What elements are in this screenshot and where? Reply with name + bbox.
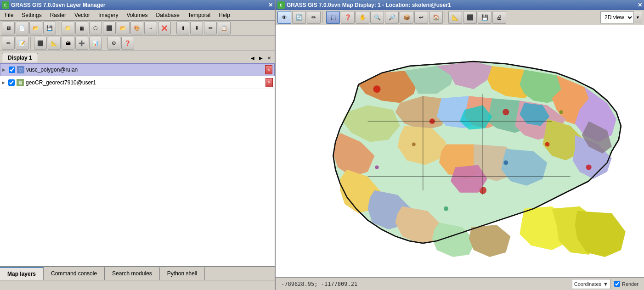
tab-command-console[interactable]: Command console <box>44 267 105 280</box>
bottom-tab-bar: Map layers Command console Search module… <box>0 267 275 280</box>
display-tab-bar: Display 1 ◀ ▶ ✕ <box>0 51 275 63</box>
menu-temporal[interactable]: Temporal <box>185 11 213 19</box>
tb-edit-map[interactable]: ✏ <box>2 37 15 50</box>
tb-remove[interactable]: ❌ <box>158 22 171 34</box>
layer-name-0: vusc_polygon@ruian <box>26 67 78 73</box>
tb-add-overlay[interactable]: ⬛ <box>103 22 116 34</box>
svg-point-6 <box>586 165 592 170</box>
tb-open[interactable]: 📂 <box>29 22 42 34</box>
render-label: Render <box>622 281 638 287</box>
svg-point-1 <box>373 85 381 93</box>
tb-georect[interactable]: 📐 <box>48 37 61 50</box>
map-tb-zoom-box[interactable]: 📦 <box>400 11 413 24</box>
menu-help[interactable]: Help <box>216 11 233 19</box>
tb-separator-2 <box>173 22 175 34</box>
render-checkbox-container[interactable]: Render <box>614 281 638 287</box>
tab-close[interactable]: ✕ <box>266 54 273 61</box>
tb-help[interactable]: ❓ <box>121 37 134 50</box>
tb-separator-1 <box>58 22 60 34</box>
tb-workspace-open[interactable]: 📁 <box>62 22 74 34</box>
tb-separator-4 <box>104 37 106 50</box>
tb-save[interactable]: 💾 <box>43 22 56 34</box>
tb-new[interactable]: 📄 <box>16 22 28 34</box>
left-title-bar: E GRASS GIS 7.0.0svn Layer Manager ✕ <box>0 0 275 10</box>
right-app-icon: E <box>277 1 285 9</box>
map-tb-rerender[interactable]: 🔄 <box>292 11 306 24</box>
map-tb-analyze[interactable]: 📐 <box>448 11 462 24</box>
menu-database[interactable]: Database <box>153 11 182 19</box>
tb-add-rgb[interactable]: 🎨 <box>130 22 143 34</box>
map-tb-overlay[interactable]: ⬛ <box>463 11 477 24</box>
svg-point-8 <box>503 161 508 165</box>
tb-add-vector[interactable]: ⬡ <box>89 22 102 34</box>
map-tb-zoom-back[interactable]: ↩ <box>414 11 428 24</box>
coordinates-display: -789828.95; -1177809.21 <box>277 281 424 287</box>
menu-vector[interactable]: Vector <box>72 11 93 19</box>
layer-item-1[interactable]: ▶ ▦ geoCR_georect7910@user1 × <box>0 76 275 89</box>
left-close-button[interactable]: ✕ <box>268 2 273 8</box>
map-canvas[interactable] <box>276 25 644 277</box>
map-tb-sep2 <box>445 11 446 23</box>
menu-raster[interactable]: Raster <box>47 11 69 19</box>
map-tb-display[interactable]: 👁 <box>277 11 291 24</box>
map-tb-query[interactable]: ❓ <box>341 11 355 24</box>
right-window-title: GRASS GIS 7.0.0svn Map Display: 1 - Loca… <box>287 2 451 8</box>
layer-remove-1[interactable]: × <box>266 78 273 87</box>
tb-add-overlay2[interactable]: ➕ <box>75 37 88 50</box>
tb-metadata[interactable]: 📝 <box>16 37 28 50</box>
render-checkbox[interactable] <box>614 281 620 287</box>
tb-up[interactable]: ⬆ <box>176 22 189 34</box>
tb-digitize[interactable]: ⬛ <box>34 37 47 50</box>
map-tb-save[interactable]: 💾 <box>478 11 491 24</box>
menu-settings[interactable]: Settings <box>19 11 44 19</box>
display-tab-1[interactable]: Display 1 <box>2 53 38 63</box>
tb-add-group[interactable]: 📂 <box>117 22 130 34</box>
tb-nviz[interactable]: 🏔 <box>62 37 74 50</box>
tb-add-arrows[interactable]: → <box>144 22 157 34</box>
map-tb-pointer[interactable]: ⬚ <box>326 11 340 24</box>
tb-settings[interactable]: ⚙ <box>107 37 120 50</box>
map-tb-zoom-in[interactable]: 🔍 <box>370 11 384 24</box>
statusbar-right: -789828.95; -1177809.21 Coordinates ▼ Re… <box>276 277 644 290</box>
menu-bar: File Settings Raster Vector Imagery Volu… <box>0 10 275 21</box>
tab-nav-prev[interactable]: ◀ <box>249 54 256 61</box>
map-toolbar: 👁 🔄 ✏ ⬚ ❓ ✋ 🔍 🔎 📦 ↩ 🏠 📐 ⬛ 💾 🖨 2D view 3D… <box>276 10 644 25</box>
tb-rename[interactable]: ✏ <box>204 22 217 34</box>
map-tb-erase[interactable]: ✏ <box>307 11 321 24</box>
tab-search-modules[interactable]: Search modules <box>105 267 160 280</box>
svg-point-4 <box>545 142 549 146</box>
tab-nav-next[interactable]: ▶ <box>257 54 265 61</box>
menu-file[interactable]: File <box>2 11 16 19</box>
view-selector[interactable]: 2D view 3D view <box>601 12 633 23</box>
tb-graph[interactable]: 📊 <box>89 37 102 50</box>
coordinates-dropdown[interactable]: Coordinates ▼ <box>572 279 610 289</box>
map-tb-zoom-out[interactable]: 🔎 <box>385 11 399 24</box>
tb-down[interactable]: ⬇ <box>190 22 203 34</box>
tab-python-shell[interactable]: Python shell <box>160 267 205 280</box>
left-app-icon: E <box>2 1 9 9</box>
view-select-arrow-icon: ▼ <box>633 11 642 23</box>
map-svg <box>276 25 644 277</box>
layer-checkbox-0[interactable] <box>9 67 15 73</box>
svg-point-7 <box>412 142 416 146</box>
layer-remove-0[interactable]: × <box>265 65 272 74</box>
menu-imagery[interactable]: Imagery <box>96 11 121 19</box>
layers-list: ▶ ⬡ vusc_polygon@ruian × ▶ ▦ geoCR_geore… <box>0 63 275 267</box>
map-tb-print[interactable]: 🖨 <box>492 11 506 24</box>
view-selector-wrapper[interactable]: 2D view 3D view ▼ <box>600 11 642 23</box>
map-tb-pan[interactable]: ✋ <box>356 11 369 24</box>
layer-item-0[interactable]: ▶ ⬡ vusc_polygon@ruian × <box>0 63 275 76</box>
tab-map-layers[interactable]: Map layers <box>0 267 44 280</box>
svg-point-10 <box>375 166 379 169</box>
right-close-button[interactable]: ✕ <box>638 2 642 8</box>
menu-volumes[interactable]: Volumes <box>124 11 150 19</box>
tb-add-raster[interactable]: ▦ <box>75 22 88 34</box>
map-tb-zoom-default[interactable]: 🏠 <box>429 11 443 24</box>
tb-separator-3 <box>30 37 32 50</box>
svg-point-3 <box>503 109 509 115</box>
tb-new-display[interactable]: 🖥 <box>2 22 15 34</box>
right-title-bar: E GRASS GIS 7.0.0svn Map Display: 1 - Lo… <box>276 0 644 10</box>
layer-checkbox-1[interactable] <box>8 79 15 86</box>
tb-copy[interactable]: 📋 <box>218 22 231 34</box>
layer-name-1: geoCR_georect7910@user1 <box>26 79 96 86</box>
